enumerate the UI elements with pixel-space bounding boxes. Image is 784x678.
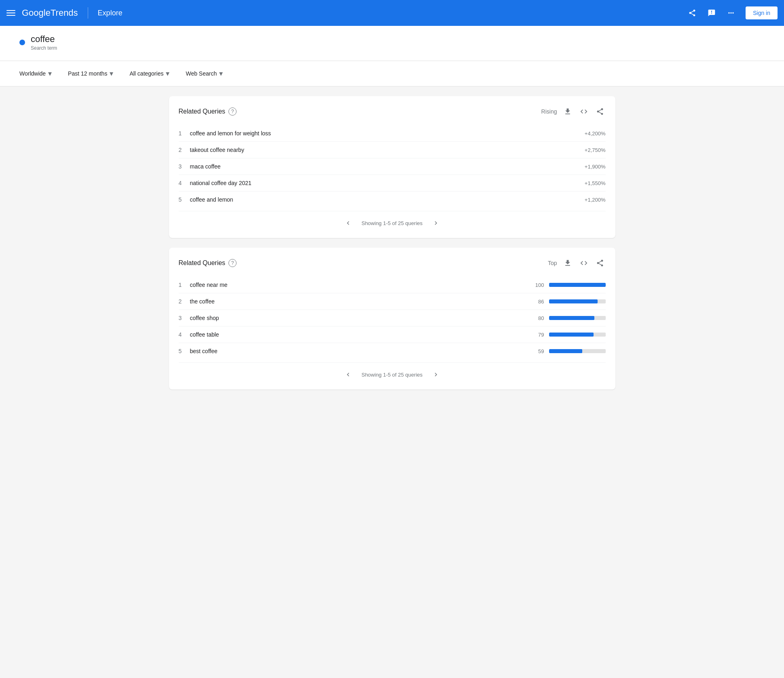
top-query-row: 5 best coffee 59: [179, 343, 606, 359]
top-share-button[interactable]: [594, 257, 606, 269]
period-label: Past 12 months: [68, 70, 107, 77]
top-query-row: 1 coffee near me 100: [179, 277, 606, 293]
top-embed-button[interactable]: [578, 257, 590, 269]
sign-in-button[interactable]: Sign in: [746, 6, 778, 19]
top-query-row: 4 coffee table 79: [179, 326, 606, 343]
query-value: +2,750%: [585, 147, 606, 153]
query-value: +1,900%: [585, 164, 606, 170]
query-rank: 3: [179, 163, 190, 170]
rising-rows-container: 1 coffee and lemon for weight loss +4,20…: [179, 125, 606, 208]
query-value: 86: [528, 299, 544, 305]
query-text[interactable]: the coffee: [190, 298, 528, 305]
query-value: +1,550%: [585, 180, 606, 186]
query-rank: 5: [179, 348, 190, 354]
top-query-row: 3 coffee shop 80: [179, 310, 606, 326]
top-queries-header: Related Queries ? Top: [179, 257, 606, 269]
search-type-label: Web Search: [186, 70, 217, 77]
query-bar-bg: [549, 349, 606, 353]
query-bar-container: [549, 333, 606, 337]
query-text[interactable]: best coffee: [190, 348, 528, 354]
query-text[interactable]: coffee near me: [190, 282, 528, 288]
search-bar-area: coffee Search term: [0, 26, 784, 61]
query-value: +4,200%: [585, 131, 606, 137]
top-header-right: Top: [548, 257, 606, 269]
query-bar-bg: [549, 299, 606, 303]
query-bar-bg: [549, 316, 606, 320]
rising-prev-button[interactable]: [341, 218, 355, 228]
top-queries-title: Related Queries: [179, 259, 226, 267]
query-bar-bg: [549, 283, 606, 287]
rising-help-icon[interactable]: ?: [228, 107, 237, 116]
filters-bar: Worldwide ▾ Past 12 months ▾ All categor…: [0, 61, 784, 86]
rising-queries-card: Related Queries ? Rising: [169, 96, 615, 238]
query-bar-container: [549, 283, 606, 287]
query-text[interactable]: national coffee day 2021: [190, 180, 585, 186]
top-rows-container: 1 coffee near me 100 2 the coffee 86 3 c…: [179, 277, 606, 359]
search-term-label: Search term: [31, 45, 57, 51]
query-rank: 4: [179, 331, 190, 338]
google-trends-logo[interactable]: Google Trends: [22, 8, 78, 18]
query-value: 80: [528, 315, 544, 321]
query-text[interactable]: takeout coffee nearby: [190, 147, 585, 153]
query-text[interactable]: coffee and lemon for weight loss: [190, 130, 585, 137]
rising-share-button[interactable]: [594, 106, 606, 117]
query-text[interactable]: coffee table: [190, 331, 528, 338]
rising-pagination: Showing 1-5 of 25 queries: [179, 211, 606, 228]
query-value: 79: [528, 332, 544, 338]
query-value: 59: [528, 348, 544, 354]
query-rank: 4: [179, 180, 190, 186]
query-rank: 5: [179, 196, 190, 203]
query-bar-bg: [549, 333, 606, 337]
rising-queries-header: Related Queries ? Rising: [179, 106, 606, 117]
share-button[interactable]: [684, 5, 700, 21]
search-dot: [19, 40, 25, 45]
search-term-row: coffee Search term: [19, 34, 765, 51]
feedback-button[interactable]: [704, 5, 720, 21]
query-bar-container: [549, 316, 606, 320]
period-chevron-icon: ▾: [110, 69, 113, 78]
top-download-button[interactable]: [562, 257, 573, 269]
region-chevron-icon: ▾: [48, 69, 52, 78]
top-queries-card: Related Queries ? Top: [169, 248, 615, 390]
query-bar-fill: [549, 283, 606, 287]
rising-query-row: 4 national coffee day 2021 +1,550%: [179, 175, 606, 191]
query-bar-container: [549, 349, 606, 353]
search-type-filter[interactable]: Web Search ▾: [186, 66, 229, 81]
top-pagination-text: Showing 1-5 of 25 queries: [361, 372, 423, 378]
header-divider: [88, 7, 88, 19]
rising-type-label: Rising: [541, 108, 557, 115]
top-prev-button[interactable]: [341, 369, 355, 380]
query-rank: 1: [179, 282, 190, 288]
category-label: All categories: [129, 70, 163, 77]
query-rank: 3: [179, 315, 190, 321]
region-label: Worldwide: [19, 70, 46, 77]
period-filter[interactable]: Past 12 months ▾: [68, 66, 120, 81]
rising-pagination-text: Showing 1-5 of 25 queries: [361, 220, 423, 226]
top-help-icon[interactable]: ?: [228, 259, 237, 267]
top-pagination: Showing 1-5 of 25 queries: [179, 362, 606, 380]
top-type-label: Top: [548, 260, 557, 266]
query-text[interactable]: coffee shop: [190, 315, 528, 321]
query-text[interactable]: coffee and lemon: [190, 196, 585, 203]
search-term-text: coffee: [31, 34, 57, 44]
region-filter[interactable]: Worldwide ▾: [19, 66, 58, 81]
main-content: Related Queries ? Rising: [150, 86, 635, 409]
rising-embed-button[interactable]: [578, 106, 590, 117]
search-term-info: coffee Search term: [31, 34, 57, 51]
category-filter[interactable]: All categories ▾: [129, 66, 176, 81]
query-bar-fill: [549, 299, 598, 303]
apps-button[interactable]: [723, 5, 739, 21]
rising-header-right: Rising: [541, 106, 606, 117]
query-rank: 1: [179, 130, 190, 137]
rising-query-row: 1 coffee and lemon for weight loss +4,20…: [179, 125, 606, 141]
rising-header-left: Related Queries ?: [179, 107, 237, 116]
query-text[interactable]: maca coffee: [190, 163, 585, 170]
top-next-button[interactable]: [429, 369, 443, 380]
menu-icon[interactable]: [6, 10, 15, 16]
rising-download-button[interactable]: [562, 106, 573, 117]
top-query-row: 2 the coffee 86: [179, 293, 606, 310]
rising-next-button[interactable]: [429, 218, 443, 228]
query-value: 100: [528, 282, 544, 288]
query-rank: 2: [179, 147, 190, 153]
query-bar-fill: [549, 316, 594, 320]
